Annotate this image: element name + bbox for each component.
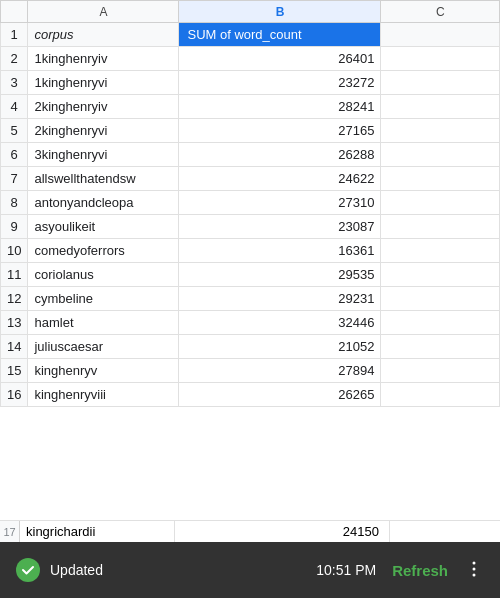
table-row: 42kinghenryiv28241	[1, 95, 500, 119]
refresh-button[interactable]: Refresh	[392, 562, 448, 579]
corpus-cell[interactable]: asyoulikeit	[28, 215, 179, 239]
word-count-cell[interactable]: 27310	[179, 191, 381, 215]
partial-count-cell: 24150	[175, 521, 390, 542]
row-num-cell: 2	[1, 47, 28, 71]
table-row: 13hamlet32446	[1, 311, 500, 335]
word-count-cell[interactable]: 28241	[179, 95, 381, 119]
empty-cell	[381, 167, 500, 191]
empty-cell	[381, 191, 500, 215]
spreadsheet-table: A B C 1 corpus SUM of word_count 21kingh…	[0, 0, 500, 407]
svg-point-0	[473, 561, 476, 564]
word-count-cell[interactable]: 26265	[179, 383, 381, 407]
pivot-header-row: 1 corpus SUM of word_count	[1, 23, 500, 47]
word-count-cell[interactable]: 26401	[179, 47, 381, 71]
table-row: 7allswellthatendsw24622	[1, 167, 500, 191]
more-options-button[interactable]	[464, 559, 484, 582]
word-count-cell[interactable]: 29231	[179, 287, 381, 311]
word-count-cell[interactable]: 24622	[179, 167, 381, 191]
row-num-cell: 9	[1, 215, 28, 239]
empty-cell	[381, 71, 500, 95]
empty-cell	[381, 287, 500, 311]
svg-point-1	[473, 567, 476, 570]
row-num-header	[1, 1, 28, 23]
col-a-header[interactable]: A	[28, 1, 179, 23]
empty-cell	[381, 143, 500, 167]
check-icon	[16, 558, 40, 582]
corpus-cell[interactable]: antonyandcleopa	[28, 191, 179, 215]
table-row: 63kinghenryvi26288	[1, 143, 500, 167]
col-c-header[interactable]: C	[381, 1, 500, 23]
empty-cell	[381, 95, 500, 119]
table-row: 15kinghenryv27894	[1, 359, 500, 383]
corpus-header-cell[interactable]: corpus	[28, 23, 179, 47]
word-count-cell[interactable]: 27894	[179, 359, 381, 383]
row-num-cell: 8	[1, 191, 28, 215]
sum-header-cell[interactable]: SUM of word_count	[179, 23, 381, 47]
table-row: 16kinghenryviii26265	[1, 383, 500, 407]
table-row: 9asyoulikeit23087	[1, 215, 500, 239]
row-num-cell: 7	[1, 167, 28, 191]
empty-cell	[381, 119, 500, 143]
empty-header-c	[381, 23, 500, 47]
more-icon	[464, 559, 484, 579]
word-count-cell[interactable]: 29535	[179, 263, 381, 287]
partial-corpus-cell: kingrichardii	[20, 521, 175, 542]
word-count-cell[interactable]: 26288	[179, 143, 381, 167]
row-num-cell: 10	[1, 239, 28, 263]
word-count-cell[interactable]: 23087	[179, 215, 381, 239]
word-count-cell[interactable]: 23272	[179, 71, 381, 95]
word-count-cell[interactable]: 16361	[179, 239, 381, 263]
corpus-cell[interactable]: 2kinghenryiv	[28, 95, 179, 119]
table-row: 52kinghenryvi27165	[1, 119, 500, 143]
corpus-cell[interactable]: coriolanus	[28, 263, 179, 287]
table-row: 14juliuscaesar21052	[1, 335, 500, 359]
row-num-cell: 11	[1, 263, 28, 287]
table-row: 11coriolanus29535	[1, 263, 500, 287]
empty-cell	[381, 215, 500, 239]
corpus-cell[interactable]: 2kinghenryvi	[28, 119, 179, 143]
table-row: 21kinghenryiv26401	[1, 47, 500, 71]
row-num-cell: 4	[1, 95, 28, 119]
empty-cell	[381, 335, 500, 359]
toast-status-text: Updated	[50, 562, 316, 578]
table-row: 31kinghenryvi23272	[1, 71, 500, 95]
row-num-cell: 1	[1, 23, 28, 47]
row-num-cell: 3	[1, 71, 28, 95]
word-count-cell[interactable]: 21052	[179, 335, 381, 359]
column-header-row: A B C	[1, 1, 500, 23]
corpus-cell[interactable]: comedyoferrors	[28, 239, 179, 263]
toast-time-text: 10:51 PM	[316, 562, 376, 578]
corpus-cell[interactable]: 1kinghenryvi	[28, 71, 179, 95]
corpus-cell[interactable]: allswellthatendsw	[28, 167, 179, 191]
empty-cell	[381, 239, 500, 263]
table-row: 12cymbeline29231	[1, 287, 500, 311]
corpus-cell[interactable]: 3kinghenryvi	[28, 143, 179, 167]
row-num-cell: 16	[1, 383, 28, 407]
col-b-header[interactable]: B	[179, 1, 381, 23]
row-num-cell: 5	[1, 119, 28, 143]
empty-cell	[381, 47, 500, 71]
corpus-cell[interactable]: kinghenryv	[28, 359, 179, 383]
empty-cell	[381, 263, 500, 287]
row-num-cell: 15	[1, 359, 28, 383]
corpus-cell[interactable]: juliuscaesar	[28, 335, 179, 359]
table-row: 10comedyoferrors16361	[1, 239, 500, 263]
partial-row-container: 17 kingrichardii 24150	[0, 520, 500, 542]
table-row: 8antonyandcleopa27310	[1, 191, 500, 215]
partial-row-num: 17	[0, 521, 20, 542]
corpus-cell[interactable]: kinghenryviii	[28, 383, 179, 407]
word-count-cell[interactable]: 32446	[179, 311, 381, 335]
empty-cell	[381, 359, 500, 383]
row-num-cell: 13	[1, 311, 28, 335]
empty-cell	[381, 311, 500, 335]
svg-point-2	[473, 573, 476, 576]
corpus-cell[interactable]: cymbeline	[28, 287, 179, 311]
word-count-cell[interactable]: 27165	[179, 119, 381, 143]
corpus-cell[interactable]: hamlet	[28, 311, 179, 335]
row-num-cell: 12	[1, 287, 28, 311]
row-num-cell: 14	[1, 335, 28, 359]
empty-cell	[381, 383, 500, 407]
row-num-cell: 6	[1, 143, 28, 167]
toast-notification: Updated 10:51 PM Refresh	[0, 542, 500, 598]
corpus-cell[interactable]: 1kinghenryiv	[28, 47, 179, 71]
